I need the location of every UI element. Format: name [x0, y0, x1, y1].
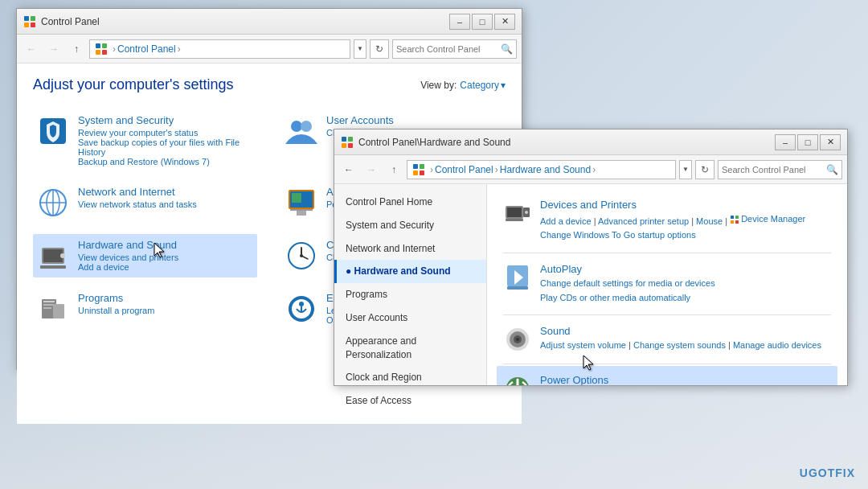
- sidebar-ease-access[interactable]: Ease of Access: [334, 389, 486, 413]
- svg-rect-3: [31, 23, 35, 27]
- path-hw-2[interactable]: Hardware and Sound: [500, 164, 591, 175]
- sidebar-clock-region[interactable]: Clock and Region: [334, 366, 486, 389]
- svg-rect-5: [102, 43, 107, 48]
- search-icon-2[interactable]: 🔍: [826, 164, 838, 175]
- hw-section-autoplay[interactable]: AutoPlay Change default settings for med…: [497, 255, 837, 313]
- cp-item-programs[interactable]: Programs Uninstall a program: [33, 287, 257, 331]
- hardware-icon: [36, 239, 70, 273]
- svg-rect-50: [731, 216, 734, 219]
- refresh-btn-2[interactable]: ↻: [695, 160, 714, 179]
- hardware-text: Hardware and Sound View devices and prin…: [78, 239, 178, 272]
- system-security-link-2[interactable]: Save backup copies of your files with Fi…: [78, 138, 254, 157]
- devices-link-add[interactable]: Add a device: [540, 216, 592, 226]
- autoplay-icon: [503, 263, 532, 292]
- search-input-1[interactable]: [396, 44, 501, 54]
- svg-rect-40: [348, 143, 353, 148]
- refresh-btn-1[interactable]: ↻: [370, 39, 389, 59]
- search-box-1[interactable]: 🔍: [392, 39, 517, 59]
- network-text: Network and Internet View network status…: [78, 186, 197, 209]
- maximize-btn-1[interactable]: □: [472, 14, 493, 30]
- sidebar-hardware-sound[interactable]: ● Hardware and Sound: [334, 260, 486, 283]
- svg-rect-18: [290, 209, 313, 211]
- devices-link-mouse[interactable]: Mouse: [696, 216, 723, 226]
- system-security-title[interactable]: System and Security: [78, 114, 254, 126]
- hardware-link-2[interactable]: Add a device: [78, 262, 178, 272]
- address-dropdown-1[interactable]: ▼: [354, 39, 366, 59]
- search-box-2[interactable]: 🔍: [718, 160, 842, 179]
- user-accounts-title[interactable]: User Accounts: [326, 114, 410, 126]
- hw-section-power[interactable]: Power Options Change power saving settin…: [497, 366, 837, 385]
- network-link-1[interactable]: View network status and tasks: [78, 199, 197, 209]
- svg-rect-39: [342, 143, 346, 148]
- up-btn-2[interactable]: ↑: [384, 160, 403, 179]
- svg-rect-19: [297, 211, 306, 216]
- sidebar-control-panel-home[interactable]: Control Panel Home: [334, 191, 486, 214]
- hw-content: Control Panel Home System and Security N…: [334, 184, 847, 385]
- clock-icon: [285, 239, 318, 273]
- network-title[interactable]: Network and Internet: [78, 186, 197, 198]
- programs-title[interactable]: Programs: [78, 292, 154, 304]
- sound-link-1[interactable]: Adjust system volume: [540, 340, 626, 350]
- close-btn-1[interactable]: ✕: [494, 14, 515, 30]
- address-path-1[interactable]: › Control Panel ›: [89, 39, 350, 59]
- hardware-title[interactable]: Hardware and Sound: [78, 239, 178, 251]
- programs-link-1[interactable]: Uninstall a program: [78, 306, 154, 315]
- search-input-2[interactable]: [722, 165, 826, 175]
- address-path-2[interactable]: › Control Panel › Hardware and Sound ›: [407, 160, 676, 179]
- sidebar-system-security[interactable]: System and Security: [334, 214, 486, 237]
- viewby-value[interactable]: Category ▾: [460, 80, 506, 91]
- back-btn-2[interactable]: ←: [339, 160, 358, 179]
- devices-icon: [503, 199, 532, 228]
- close-btn-2[interactable]: ✕: [820, 134, 841, 150]
- sound-text: Sound Adjust system volume | Change syst…: [540, 325, 821, 353]
- power-icon: [503, 374, 532, 385]
- svg-rect-47: [506, 219, 523, 221]
- path-control-panel-1[interactable]: Control Panel: [117, 43, 176, 55]
- sound-link-3[interactable]: Manage audio devices: [733, 340, 821, 350]
- hw-section-devices[interactable]: Devices and Printers Add a device | Adva…: [497, 191, 837, 251]
- sidebar-network-internet[interactable]: Network and Internet: [334, 237, 486, 261]
- maximize-btn-2[interactable]: □: [797, 134, 818, 150]
- sidebar-programs[interactable]: Programs: [334, 283, 486, 306]
- sound-link-2[interactable]: Change system sounds: [633, 340, 726, 350]
- devices-title[interactable]: Devices and Printers: [540, 199, 805, 211]
- forward-btn-2[interactable]: →: [362, 160, 381, 179]
- autoplay-link-2[interactable]: Play CDs or other media automatically: [540, 293, 690, 302]
- address-dropdown-2[interactable]: ▼: [679, 160, 692, 179]
- path-cp-2[interactable]: Control Panel: [435, 164, 493, 175]
- svg-rect-44: [420, 171, 424, 175]
- cp-item-system-security[interactable]: System and Security Review your computer…: [33, 109, 257, 171]
- devices-link-printer[interactable]: Advanced printer setup: [598, 216, 689, 226]
- power-title[interactable]: Power Options: [540, 374, 831, 385]
- system-security-link-3[interactable]: Backup and Restore (Windows 7): [78, 157, 254, 166]
- power-text: Power Options Change power saving settin…: [540, 374, 831, 385]
- autoplay-title[interactable]: AutoPlay: [540, 263, 715, 275]
- hw-sidebar: Control Panel Home System and Security N…: [334, 184, 487, 385]
- cp-item-network[interactable]: Network and Internet View network status…: [33, 181, 257, 224]
- view-by: View by: Category ▾: [420, 80, 506, 91]
- devices-link-manager[interactable]: Device Manager: [741, 212, 805, 227]
- hw-section-sound[interactable]: Sound Adjust system volume | Change syst…: [497, 317, 837, 362]
- hardware-link-1[interactable]: View devices and printers: [78, 253, 178, 262]
- devices-link-wintogo[interactable]: Change Windows To Go startup options: [540, 230, 696, 240]
- search-icon-1[interactable]: 🔍: [501, 43, 513, 55]
- minimize-btn-1[interactable]: –: [449, 14, 470, 30]
- up-btn-1[interactable]: ↑: [67, 39, 86, 59]
- divider-1: [503, 253, 831, 253]
- sidebar-user-accounts[interactable]: User Accounts: [334, 306, 486, 330]
- forward-btn-1[interactable]: →: [44, 39, 63, 59]
- sound-title[interactable]: Sound: [540, 325, 821, 337]
- minimize-btn-2[interactable]: –: [775, 134, 796, 150]
- svg-point-22: [60, 253, 65, 258]
- svg-rect-6: [96, 50, 100, 55]
- cp-item-hardware[interactable]: Hardware and Sound View devices and prin…: [33, 234, 257, 277]
- svg-rect-52: [731, 220, 734, 224]
- sidebar-appearance[interactable]: Appearance andPersonalization: [334, 330, 486, 367]
- system-security-link-1[interactable]: Review your computer's status: [78, 128, 254, 138]
- svg-rect-53: [735, 220, 739, 224]
- title-bar-controls-1: – □ ✕: [449, 14, 515, 30]
- autoplay-link-1[interactable]: Change default settings for media or dev…: [540, 278, 715, 288]
- svg-point-10: [301, 121, 312, 132]
- svg-rect-23: [40, 265, 66, 269]
- back-btn-1[interactable]: ←: [22, 39, 41, 59]
